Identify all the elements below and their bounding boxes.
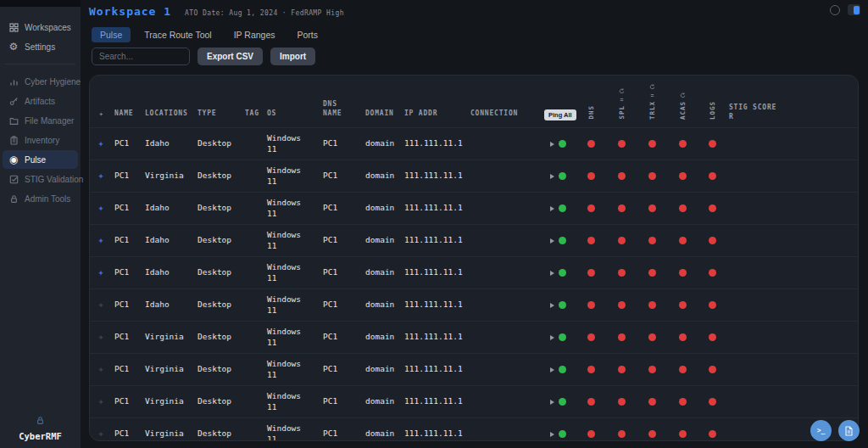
dns-cell: [576, 172, 606, 180]
pin-icon[interactable]: ✦: [90, 140, 112, 148]
logs-cell: [698, 237, 726, 244]
tab-pulse[interactable]: Pulse: [92, 27, 131, 42]
domain-cell: domain: [363, 235, 402, 245]
pin-icon[interactable]: ✦: [90, 172, 112, 181]
logs-status-dot: [709, 333, 716, 341]
sidebar-item-stig-validation[interactable]: STIG Validation: [3, 170, 78, 188]
play-icon[interactable]: [550, 400, 554, 405]
name-cell: PC1: [112, 171, 142, 181]
table-row[interactable]: ✦PC1IdahoDesktopWindows 11PC1domain111.1…: [90, 256, 858, 288]
sidebar-item-admin-tools[interactable]: Admin Tools: [3, 189, 78, 208]
dns-cell: [576, 333, 606, 341]
pin-icon[interactable]: ✦: [90, 430, 112, 439]
sidebar-item-inventory[interactable]: Inventory: [3, 131, 78, 149]
table-row[interactable]: ✦PC1VirginiaDesktopWindows 11PC1domain11…: [90, 417, 858, 441]
sidebar-item-label: File Manager: [25, 116, 74, 126]
name-cell: PC1: [112, 332, 142, 342]
acas-status-dot: [679, 398, 687, 406]
logs-status-dot: [709, 366, 716, 373]
tab-ports[interactable]: Ports: [289, 27, 327, 42]
acas-status-dot: [679, 140, 687, 148]
pin-icon[interactable]: ✦: [90, 301, 112, 310]
pin-icon[interactable]: ✦: [90, 269, 112, 277]
ip-addr-cell: 111.111.11.1: [402, 267, 468, 277]
trlx-status-dot: [648, 430, 656, 438]
refresh-icon[interactable]: [649, 84, 655, 90]
brand: CyberRMF: [0, 413, 81, 448]
ping-cell: [542, 430, 576, 438]
trlx-status-dot: [648, 333, 656, 341]
export-csv-button[interactable]: Export CSV: [198, 48, 263, 65]
acas-status-dot: [679, 269, 687, 277]
spl-cell: [606, 204, 637, 212]
ping-cell: [542, 269, 576, 277]
acas-cell: [667, 204, 698, 212]
sidebar-item-pulse[interactable]: ◉Pulse: [3, 150, 78, 169]
table-row[interactable]: ✦PC1IdahoDesktopWindows 11PC1domain111.1…: [90, 224, 858, 256]
dns-cell: [576, 430, 606, 438]
sidebar-item-workspaces[interactable]: Workspaces: [3, 18, 78, 36]
spl-cell: [606, 237, 637, 244]
pin-all-icon[interactable]: ✦: [90, 109, 112, 127]
location-cell: Virginia: [142, 428, 195, 439]
spl-cell: [606, 366, 637, 373]
col-name: NAME: [112, 109, 142, 127]
play-icon[interactable]: [550, 303, 554, 308]
location-cell: Virginia: [142, 332, 195, 342]
play-icon[interactable]: [550, 142, 554, 147]
play-icon[interactable]: [550, 367, 554, 372]
table-row[interactable]: ✦PC1IdahoDesktopWindows 11PC1domain111.1…: [90, 127, 858, 160]
tab-ip-ranges[interactable]: IP Ranges: [225, 27, 284, 42]
sidebar-item-cyber-hygiene[interactable]: Cyber Hygiene: [3, 72, 78, 91]
pin-icon[interactable]: ✦: [90, 366, 112, 374]
play-icon[interactable]: [550, 335, 554, 340]
connection-status-dot: [559, 366, 566, 373]
import-button[interactable]: Import: [270, 48, 315, 65]
terminal-fab-button[interactable]: >_: [810, 420, 832, 441]
spl-cell: [606, 301, 637, 309]
sidebar-item-artifacts[interactable]: Artifacts: [3, 92, 78, 110]
spl-status-dot: [618, 204, 626, 212]
table-row[interactable]: ✦PC1IdahoDesktopWindows 11PC1domain111.1…: [90, 192, 858, 224]
pin-icon[interactable]: ✦: [90, 333, 112, 342]
table-row[interactable]: ✦PC1VirginiaDesktopWindows 11PC1domain11…: [90, 353, 858, 385]
document-fab-button[interactable]: [838, 420, 860, 441]
play-icon[interactable]: [550, 238, 554, 244]
col-locations: LOCATIONS: [142, 109, 195, 127]
sidebar-item-settings[interactable]: ⚙Settings: [3, 37, 78, 56]
tab-trace-route-tool[interactable]: Trace Route Tool: [136, 27, 220, 42]
play-icon[interactable]: [550, 174, 554, 179]
refresh-icon[interactable]: [619, 88, 625, 94]
refresh-icon[interactable]: [680, 92, 686, 98]
tab-bar: PulseTrace Route ToolIP RangesPorts: [92, 27, 860, 42]
dns-status-dot: [587, 333, 595, 341]
play-icon[interactable]: [550, 206, 554, 211]
brand-label: CyberRMF: [19, 431, 62, 441]
pin-icon[interactable]: ✦: [90, 204, 112, 213]
play-icon[interactable]: [550, 271, 554, 276]
play-icon[interactable]: [550, 432, 554, 437]
sidebar: Workspaces⚙Settings Cyber HygieneArtifac…: [0, 7, 81, 448]
spl-status-dot: [618, 430, 626, 438]
location-cell: Idaho: [142, 300, 195, 310]
bar-chart-icon: [8, 76, 19, 87]
table-row[interactable]: ✦PC1VirginiaDesktopWindows 11PC1domain11…: [90, 160, 858, 192]
logs-cell: [698, 430, 726, 438]
ip-addr-cell: 111.111.11.1: [402, 300, 468, 310]
connection-status-dot: [559, 140, 566, 148]
table-row[interactable]: ✦PC1VirginiaDesktopWindows 11PC1domain11…: [90, 321, 858, 353]
dns-cell: [576, 366, 606, 373]
table-row[interactable]: ✦PC1VirginiaDesktopWindows 11PC1domain11…: [90, 385, 858, 417]
name-cell: PC1: [112, 300, 142, 310]
search-input[interactable]: [92, 48, 190, 65]
sidebar-item-label: Admin Tools: [25, 194, 70, 204]
table-row[interactable]: ✦PC1IdahoDesktopWindows 11PC1domain111.1…: [90, 288, 858, 321]
type-cell: Desktop: [195, 267, 242, 277]
pin-icon[interactable]: ✦: [90, 398, 112, 406]
acas-cell: [667, 237, 698, 244]
window-top-strip: [0, 0, 81, 7]
sidebar-item-file-manager[interactable]: File Manager: [3, 111, 78, 130]
ping-all-button[interactable]: Ping All: [544, 109, 576, 120]
pin-icon[interactable]: ✦: [90, 237, 112, 245]
dns-name-cell: PC1: [320, 300, 363, 310]
